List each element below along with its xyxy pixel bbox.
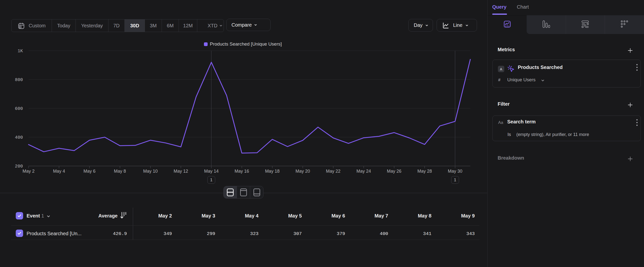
svg-text:200: 200	[15, 164, 23, 169]
svg-text:May 30: May 30	[448, 169, 462, 174]
svg-text:May 24: May 24	[356, 169, 371, 174]
svg-text:May 6: May 6	[84, 169, 96, 174]
svg-text:May 16: May 16	[234, 169, 249, 174]
svg-text:600: 600	[15, 106, 23, 111]
svg-text:May 2: May 2	[22, 169, 34, 174]
svg-text:May 14: May 14	[204, 169, 219, 174]
svg-text:May 18: May 18	[265, 169, 280, 174]
svg-text:May 20: May 20	[296, 169, 310, 174]
svg-text:1K: 1K	[18, 49, 23, 54]
svg-text:May 26: May 26	[387, 169, 402, 174]
svg-text:May 10: May 10	[143, 169, 158, 174]
svg-text:800: 800	[15, 77, 23, 82]
svg-text:400: 400	[15, 135, 23, 140]
svg-text:May 8: May 8	[114, 169, 126, 174]
svg-text:May 22: May 22	[326, 169, 340, 174]
svg-text:May 28: May 28	[418, 169, 432, 174]
svg-text:May 4: May 4	[53, 169, 65, 174]
svg-text:May 12: May 12	[174, 169, 188, 174]
